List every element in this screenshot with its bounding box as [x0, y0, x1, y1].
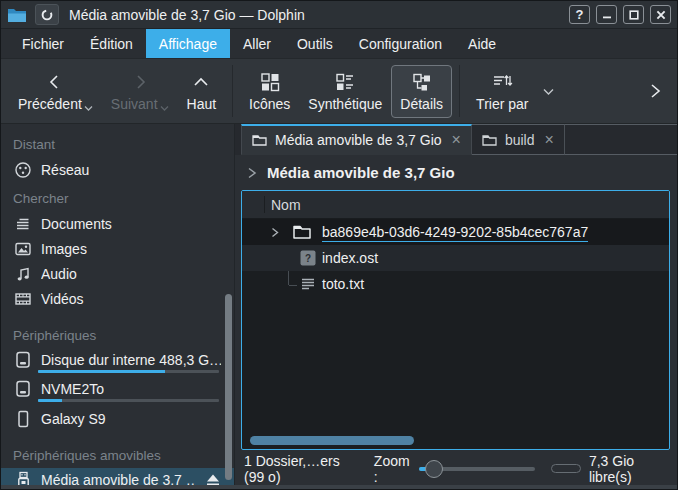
sidebar-item-label: Vidéos: [41, 291, 84, 307]
file-row-toto-txt[interactable]: toto.txt: [242, 271, 669, 297]
chevron-down-icon: [160, 105, 169, 112]
unknown-file-icon: ?: [300, 250, 316, 266]
breadcrumb-current[interactable]: Média amovible de 3,7 Gio: [267, 164, 455, 181]
minimize-icon: [601, 9, 613, 21]
window-bottom-edge: [1, 485, 677, 489]
menu-configuration[interactable]: Configuration: [346, 29, 455, 58]
chevron-right-icon[interactable]: [246, 166, 258, 180]
sort-by-button[interactable]: Trier par: [467, 65, 537, 118]
sidebar-item-documents[interactable]: Documents: [1, 211, 234, 236]
details-view-icon: [411, 71, 433, 93]
sidebar-item-images[interactable]: Images: [1, 236, 234, 261]
sidebar-item-label: NVME2To: [41, 381, 104, 397]
back-button[interactable]: Précédent: [9, 65, 102, 118]
sidebar-item-disque-dur-interne[interactable]: Disque dur interne 488,3 G…: [1, 348, 234, 377]
main-area: Distant Réseau Chercher Documents: [1, 124, 677, 485]
image-icon: [14, 241, 32, 257]
svg-text:?: ?: [305, 253, 311, 264]
menu-fichier[interactable]: Fichier: [9, 29, 77, 58]
zoom-label: Zoom :: [374, 453, 411, 485]
sidebar-item-reseau[interactable]: Réseau: [1, 157, 234, 182]
file-name: index.ost: [322, 250, 378, 266]
sidebar-item-media-amovible[interactable]: Média amovible de 3,7 …: [1, 468, 234, 485]
sidebar-item-nvme2to[interactable]: NVME2To: [1, 377, 234, 406]
smartphone-icon: [14, 410, 32, 428]
up-button[interactable]: Haut: [178, 65, 226, 118]
chevron-right-icon: [130, 71, 150, 93]
icons-view-icon: [259, 71, 281, 93]
section-title-peripheriques: Périphériques: [1, 319, 234, 348]
tab-bar: Média amovible de 3,7 Gio × build ×: [235, 124, 677, 155]
tab-media-amovible[interactable]: Média amovible de 3,7 Gio ×: [241, 124, 472, 155]
forward-button[interactable]: Suivant: [102, 65, 178, 118]
file-name: ba869e4b-03d6-4249-9202-85b4cec767a7: [322, 224, 588, 240]
column-divider: [264, 196, 265, 213]
tab-close-icon[interactable]: ×: [452, 132, 461, 148]
minimize-button[interactable]: [596, 5, 617, 24]
file-row-folder[interactable]: ba869e4b-03d6-4249-9202-85b4cec767a7: [242, 219, 669, 245]
toolbar-separator: [459, 65, 460, 117]
sidebar-item-label: Galaxy S9: [41, 411, 106, 427]
horizontal-scrollbar[interactable]: [250, 436, 414, 445]
toolbar-overflow-button[interactable]: [645, 80, 665, 102]
eject-button[interactable]: [205, 473, 221, 486]
zoom-slider-handle[interactable]: [425, 460, 443, 478]
sidebar-item-label: Disque dur interne 488,3 G…: [41, 352, 221, 368]
chevron-down-icon[interactable]: [543, 88, 554, 96]
expand-chevron-icon[interactable]: [268, 226, 281, 239]
icons-view-label: Icônes: [249, 96, 290, 112]
title-bar[interactable]: Média amovible de 3,7 Gio — Dolphin ?: [1, 1, 677, 29]
folder-icon: [292, 224, 312, 240]
folder-pane: Média amovible de 3,7 Gio × build ×: [235, 124, 677, 485]
compact-view-icon: [334, 71, 356, 93]
section-title-chercher: Chercher: [1, 182, 234, 211]
menu-affichage[interactable]: Affichage: [146, 29, 230, 58]
document-lines-icon: [14, 216, 32, 232]
chevron-left-icon: [45, 71, 65, 93]
icons-view-button[interactable]: Icônes: [240, 65, 299, 118]
items-summary: 1 Dossier,…ers (99 o): [244, 453, 360, 485]
film-strip-icon: [14, 291, 32, 307]
compact-view-button[interactable]: Synthétique: [299, 65, 391, 118]
usb-drive-icon: [14, 471, 32, 485]
menu-outils[interactable]: Outils: [284, 29, 346, 58]
status-bar: 1 Dossier,…ers (99 o) Zoom : 7,3 Gio lib…: [235, 452, 677, 485]
zoom-slider[interactable]: [419, 459, 535, 479]
column-header-nom[interactable]: Nom: [242, 191, 669, 219]
back-label: Précédent: [18, 96, 82, 112]
disk-usage-bar: [38, 399, 219, 402]
menu-aller[interactable]: Aller: [230, 29, 284, 58]
sidebar-scrollbar[interactable]: [225, 294, 232, 480]
places-panel: Distant Réseau Chercher Documents: [1, 124, 235, 485]
music-note-icon: [14, 266, 32, 282]
tab-bar-empty-area: [565, 124, 677, 155]
sidebar-item-label: Réseau: [41, 162, 89, 178]
sidebar-item-galaxy-s9[interactable]: Galaxy S9: [1, 406, 234, 431]
menu-edition[interactable]: Édition: [77, 29, 146, 58]
menu-aide[interactable]: Aide: [455, 29, 509, 58]
forward-label: Suivant: [111, 96, 158, 112]
sidebar-item-label: Images: [41, 241, 87, 257]
window-menu-button[interactable]: [35, 4, 59, 25]
sidebar-item-videos[interactable]: Vidéos: [1, 286, 234, 311]
maximize-icon: [628, 9, 640, 21]
maximize-button[interactable]: [623, 5, 644, 24]
hard-drive-icon: [14, 351, 32, 369]
disk-usage-bar: [38, 370, 219, 373]
file-view[interactable]: Nom ba869e4b: [241, 190, 670, 450]
tab-build[interactable]: build ×: [472, 124, 565, 155]
tab-close-icon[interactable]: ×: [544, 132, 553, 148]
close-button[interactable]: [650, 5, 671, 24]
sidebar-item-label: Documents: [41, 216, 112, 232]
chevron-up-icon: [191, 71, 211, 93]
hard-drive-icon: [14, 380, 32, 398]
text-file-icon: [300, 276, 316, 292]
details-view-label: Détails: [400, 96, 443, 112]
file-row-index-ost[interactable]: ? index.ost: [242, 245, 669, 271]
details-view-button[interactable]: Détails: [391, 65, 452, 118]
sidebar-item-audio[interactable]: Audio: [1, 261, 234, 286]
sidebar-item-label: Média amovible de 3,7 …: [41, 472, 196, 485]
compact-view-label: Synthétique: [308, 96, 382, 112]
help-button[interactable]: ?: [569, 5, 590, 24]
sort-by-label: Trier par: [476, 96, 528, 112]
